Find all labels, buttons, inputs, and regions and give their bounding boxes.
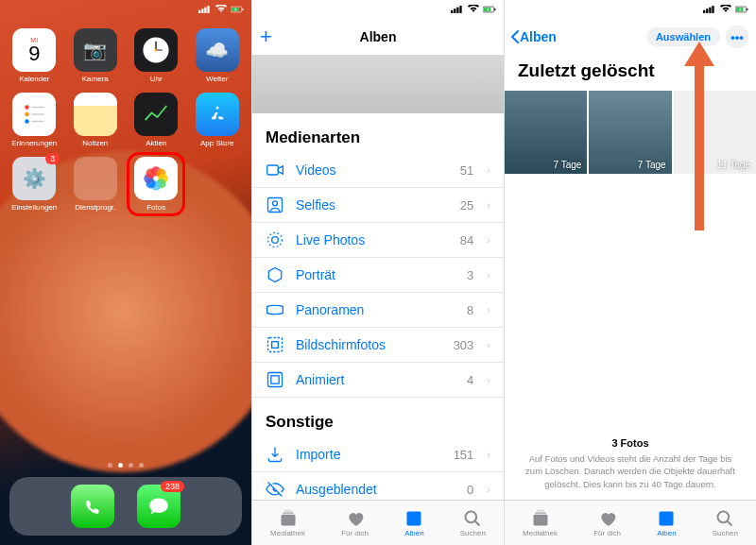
svg-rect-38 (272, 342, 279, 349)
tab-bar: MediathekFür dichAlbenSuchen (252, 500, 504, 545)
days-remaining: 11 Tage (717, 160, 750, 170)
page-title: Zuletzt gelöscht (505, 55, 756, 91)
row-label: Videos (296, 162, 451, 178)
tab-alben[interactable]: Alben (404, 509, 423, 537)
app-erinnerungen[interactable]: Erinnerungen (5, 93, 63, 147)
app-kamera[interactable]: 📷 Kamera (66, 28, 125, 83)
app-notizen[interactable]: Notizen (66, 93, 125, 147)
panoramen-icon (266, 300, 286, 319)
svg-point-24 (146, 168, 156, 178)
svg-rect-33 (268, 198, 283, 213)
row-count: 303 (454, 338, 474, 352)
status-bar (0, 0, 251, 19)
deleted-photo[interactable]: 7 Tage (589, 91, 671, 174)
back-button[interactable]: Alben (510, 29, 557, 44)
row-count: 3 (467, 268, 473, 282)
row-count: 51 (460, 163, 473, 178)
app-einstellungen[interactable]: ⚙️3 Einstellungen (5, 157, 63, 212)
deleted-photo[interactable]: 7 Tage (505, 91, 587, 174)
section-sonstige: Sonstige (252, 398, 504, 437)
status-bar (252, 0, 504, 19)
svg-rect-46 (703, 10, 705, 13)
app-wetter[interactable]: ☁️ Wetter (188, 28, 247, 83)
battery-icon (231, 5, 244, 14)
tab-mediathek[interactable]: Mediathek (523, 509, 558, 537)
album-thumbnail[interactable] (252, 55, 504, 113)
deleted-grid: 7 Tage7 Tage11 Tage (505, 91, 756, 174)
more-button[interactable]: ••• (726, 26, 748, 48)
svg-rect-2 (204, 8, 206, 13)
tab-fuerdich[interactable]: Für dich (341, 509, 369, 537)
app-uhr[interactable]: Uhr (127, 28, 185, 83)
nav-header: + Alben (252, 19, 504, 55)
animiert-icon (266, 370, 286, 389)
chevron-right-icon: › (487, 339, 490, 350)
row-portraet[interactable]: Porträt 3 › (252, 258, 504, 293)
row-animiert[interactable]: Animiert 4 › (252, 363, 504, 398)
row-importe[interactable]: Importe 151 › (252, 437, 504, 472)
bildschirmfotos-icon (266, 335, 286, 354)
days-remaining: 7 Tage (553, 160, 581, 170)
tab-suchen[interactable]: Suchen (713, 509, 738, 537)
importe-icon (266, 445, 286, 464)
app-aktien[interactable]: Aktien (127, 93, 185, 147)
app-kalender[interactable]: MI9 Kalender (5, 28, 63, 83)
settings-badge: 3 (45, 153, 60, 164)
tab-bar: MediathekFür dichAlbenSuchen (505, 500, 756, 545)
chevron-right-icon: › (487, 269, 490, 281)
svg-rect-0 (198, 10, 200, 13)
select-button[interactable]: Auswählen (646, 27, 720, 46)
albums-screen: + Alben Medienarten Videos 51 › Selfies … (251, 0, 504, 545)
messages-badge: 238 (161, 481, 184, 492)
days-remaining: 7 Tage (638, 160, 666, 170)
add-button[interactable]: + (260, 25, 272, 49)
app-appstore[interactable]: App Store (188, 93, 247, 147)
tab-label: Alben (657, 529, 676, 537)
row-label: Bildschirmfotos (296, 337, 444, 352)
row-videos[interactable]: Videos 51 › (252, 153, 504, 188)
row-count: 0 (467, 483, 473, 497)
svg-rect-37 (268, 338, 283, 352)
chevron-right-icon: › (487, 164, 490, 176)
row-livephotos[interactable]: Live Photos 84 › (252, 223, 504, 258)
deleted-photo[interactable]: 11 Tage (674, 91, 756, 174)
svg-rect-41 (281, 514, 295, 525)
tab-label: Mediathek (523, 529, 558, 537)
tab-alben[interactable]: Alben (657, 509, 676, 537)
dock-phone[interactable] (71, 485, 114, 528)
tab-label: Suchen (460, 529, 486, 537)
tab-mediathek[interactable]: Mediathek (270, 509, 305, 537)
chevron-right-icon: › (487, 304, 490, 315)
dock-messages[interactable]: 238 (137, 485, 180, 528)
svg-rect-1 (201, 9, 203, 13)
videos-icon (266, 161, 286, 179)
svg-point-11 (26, 105, 30, 110)
tab-fuerdich[interactable]: Für dich (593, 509, 621, 537)
row-bildschirmfotos[interactable]: Bildschirmfotos 303 › (252, 328, 504, 363)
tab-label: Alben (404, 529, 423, 537)
nav-title: Alben (360, 29, 397, 44)
row-label: Porträt (296, 267, 457, 282)
home-screen: MI9 Kalender 📷 Kamera Uhr ☁️ Wetter Erin… (0, 0, 251, 545)
app-dienstprogramme[interactable]: Dienstprogr. (66, 157, 125, 212)
row-selfies[interactable]: Selfies 25 › (252, 188, 504, 223)
app-fotos[interactable]: Fotos (127, 152, 185, 216)
svg-rect-48 (709, 8, 711, 13)
tab-suchen[interactable]: Suchen (460, 509, 486, 537)
chevron-right-icon: › (487, 199, 490, 211)
chevron-right-icon: › (487, 449, 490, 460)
tab-label: Für dich (593, 529, 621, 537)
svg-point-36 (268, 233, 283, 247)
row-panoramen[interactable]: Panoramen 8 › (252, 293, 504, 328)
row-label: Selfies (296, 197, 451, 213)
svg-point-13 (26, 119, 30, 124)
svg-rect-6 (242, 9, 243, 10)
chevron-right-icon: › (487, 484, 490, 495)
svg-rect-42 (283, 512, 294, 514)
svg-rect-49 (712, 6, 713, 13)
chevron-right-icon: › (487, 374, 490, 385)
svg-rect-52 (747, 9, 747, 10)
row-count: 151 (454, 448, 474, 462)
svg-point-12 (26, 112, 30, 117)
portraet-icon (266, 265, 286, 284)
